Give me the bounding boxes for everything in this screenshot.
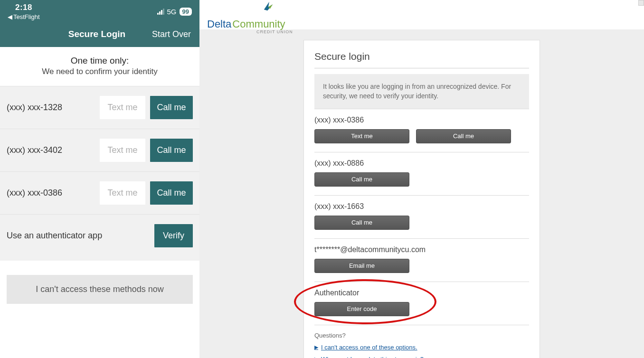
triangle-icon: ▶ [314, 344, 318, 350]
authenticator-label: Authenticator [314, 289, 529, 297]
web-method-authenticator: Authenticator Enter code [314, 282, 529, 325]
call-me-button[interactable]: Call me [314, 216, 409, 230]
desktop-header: Delta Community CREDIT UNION [199, 0, 644, 29]
one-time-title: One time only: [5, 56, 195, 66]
logo-subtitle: CREDIT UNION [256, 29, 636, 34]
secure-login-card: Secure login It looks like you are loggi… [303, 40, 540, 358]
battery-icon: 99 [180, 8, 192, 16]
logo-text-community: Community [232, 18, 285, 30]
logo-bird-icon [263, 1, 274, 11]
method-row: (xxx) xxx-0386 Text me Call me [0, 172, 199, 215]
status-bar: 2:18 ◀ TestFlight 5G 99 [0, 0, 199, 22]
authenticator-label: Use an authenticator app [7, 231, 154, 241]
one-time-subtitle: We need to confirm your identity [5, 67, 195, 76]
network-label: 5G [167, 8, 177, 16]
why-again-link[interactable]: ▶Why must I complete this step again? [314, 356, 529, 358]
phone-label: (xxx) xxx-1328 [7, 103, 100, 113]
web-method-row: (xxx) xxx-1663 Call me [314, 196, 529, 239]
questions-section: Questions? ▶I can't access one of these … [314, 325, 529, 358]
call-me-button[interactable]: Call me [314, 172, 409, 187]
back-to-app[interactable]: ◀ TestFlight [8, 13, 40, 20]
web-method-row: (xxx) xxx-0386 Text me Call me [314, 109, 529, 152]
status-time: 2:18 [15, 3, 40, 12]
call-me-button[interactable]: Call me [150, 181, 193, 205]
call-me-button[interactable]: Call me [150, 139, 193, 162]
start-over-button[interactable]: Start Over [152, 29, 191, 39]
cant-access-button[interactable]: I can't access these methods now [7, 275, 193, 304]
info-message: It looks like you are logging in from an… [314, 74, 529, 109]
logo: Delta Community [207, 18, 636, 30]
authenticator-row: Use an authenticator app Verify [0, 215, 199, 261]
scrollbar-stub [638, 0, 644, 6]
phone-label: (xxx) xxx-1663 [314, 202, 529, 211]
text-me-button[interactable]: Text me [100, 139, 145, 162]
cant-access-link[interactable]: ▶I can't access one of these options. [314, 344, 529, 351]
method-row: (xxx) xxx-3402 Text me Call me [0, 129, 199, 172]
web-method-row: t********@deltacommunitycu.com Email me [314, 239, 529, 282]
text-me-button[interactable]: Text me [100, 181, 145, 205]
web-method-row: (xxx) xxx-0886 Call me [314, 152, 529, 196]
verify-button[interactable]: Verify [154, 224, 193, 247]
method-row: (xxx) xxx-1328 Text me Call me [0, 86, 199, 129]
phone-label: (xxx) xxx-0886 [314, 159, 529, 168]
one-time-message: One time only: We need to confirm your i… [0, 47, 199, 86]
email-me-button[interactable]: Email me [314, 259, 409, 273]
call-me-button[interactable]: Call me [416, 129, 511, 143]
triangle-icon: ▶ [314, 356, 318, 358]
phone-label: (xxx) xxx-0386 [314, 116, 529, 124]
email-label: t********@deltacommunitycu.com [314, 245, 529, 254]
page-title: Secure Login [42, 29, 152, 39]
phone-label: (xxx) xxx-3402 [7, 145, 100, 155]
card-title: Secure login [314, 51, 529, 68]
enter-code-button[interactable]: Enter code [314, 302, 409, 316]
phone-label: (xxx) xxx-0386 [7, 188, 100, 198]
call-me-button[interactable]: Call me [150, 96, 193, 119]
logo-text-delta: Delta [207, 18, 231, 30]
status-icons: 5G 99 [157, 8, 192, 16]
mobile-header: Secure Login Start Over [0, 22, 199, 47]
signal-icon [157, 9, 164, 15]
desktop-screenshot: Delta Community CREDIT UNION Secure logi… [199, 0, 644, 358]
mobile-screenshot: 2:18 ◀ TestFlight 5G 99 Secure Login Sta… [0, 0, 199, 358]
text-me-button[interactable]: Text me [100, 96, 145, 119]
questions-title: Questions? [314, 332, 529, 339]
text-me-button[interactable]: Text me [314, 129, 409, 143]
